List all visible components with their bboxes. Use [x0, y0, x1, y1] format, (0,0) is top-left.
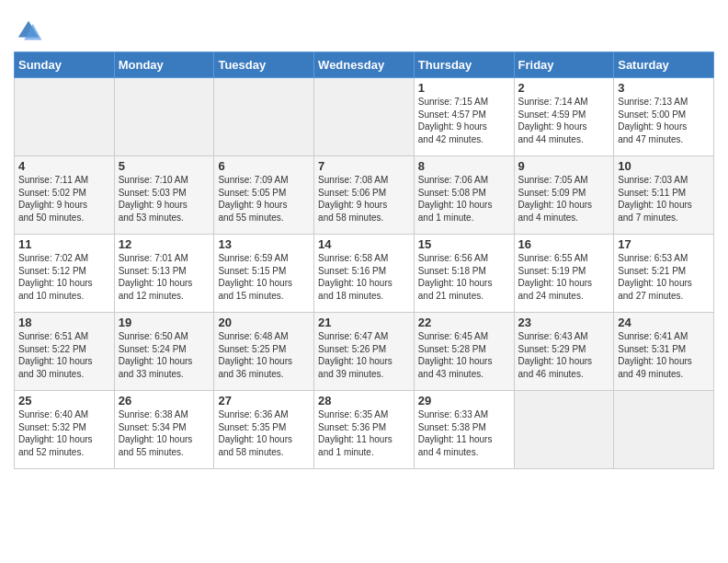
calendar-cell: 5Sunrise: 7:10 AM Sunset: 5:03 PM Daylig… — [114, 156, 214, 235]
calendar-cell — [314, 78, 415, 156]
calendar-body: 1Sunrise: 7:15 AM Sunset: 4:57 PM Daylig… — [15, 78, 714, 469]
logo — [14, 17, 45, 46]
day-info: Sunrise: 7:09 AM Sunset: 5:05 PM Dayligh… — [218, 174, 310, 224]
day-info: Sunrise: 6:48 AM Sunset: 5:25 PM Dayligh… — [218, 330, 310, 380]
calendar-cell: 8Sunrise: 7:06 AM Sunset: 5:08 PM Daylig… — [414, 156, 514, 235]
day-header-saturday: Saturday — [614, 52, 714, 78]
day-number: 17 — [618, 237, 710, 251]
day-info: Sunrise: 6:53 AM Sunset: 5:21 PM Dayligh… — [618, 252, 710, 302]
calendar-cell: 2Sunrise: 7:14 AM Sunset: 4:59 PM Daylig… — [514, 78, 614, 156]
calendar-cell: 22Sunrise: 6:45 AM Sunset: 5:28 PM Dayli… — [414, 313, 514, 391]
day-number: 27 — [218, 394, 310, 408]
calendar-cell: 16Sunrise: 6:55 AM Sunset: 5:19 PM Dayli… — [514, 235, 614, 313]
calendar-cell: 28Sunrise: 6:35 AM Sunset: 5:36 PM Dayli… — [314, 391, 415, 469]
day-info: Sunrise: 6:47 AM Sunset: 5:26 PM Dayligh… — [318, 330, 410, 380]
page-header — [14, 9, 714, 46]
calendar-cell — [15, 78, 115, 156]
calendar-cell: 27Sunrise: 6:36 AM Sunset: 5:35 PM Dayli… — [214, 391, 314, 469]
day-number: 26 — [119, 394, 210, 408]
week-row-2: 4Sunrise: 7:11 AM Sunset: 5:02 PM Daylig… — [15, 156, 714, 235]
day-header-wednesday: Wednesday — [314, 52, 415, 78]
day-number: 8 — [418, 159, 510, 173]
day-info: Sunrise: 7:14 AM Sunset: 4:59 PM Dayligh… — [518, 96, 610, 145]
day-number: 10 — [618, 159, 710, 173]
calendar-cell — [514, 391, 614, 469]
calendar-cell: 24Sunrise: 6:41 AM Sunset: 5:31 PM Dayli… — [614, 313, 714, 391]
day-number: 25 — [18, 394, 110, 408]
day-info: Sunrise: 6:59 AM Sunset: 5:15 PM Dayligh… — [218, 252, 310, 302]
day-info: Sunrise: 6:58 AM Sunset: 5:16 PM Dayligh… — [318, 252, 410, 302]
calendar-cell: 3Sunrise: 7:13 AM Sunset: 5:00 PM Daylig… — [614, 78, 714, 156]
calendar-cell: 21Sunrise: 6:47 AM Sunset: 5:26 PM Dayli… — [314, 313, 415, 391]
logo-icon — [14, 17, 43, 46]
days-header-row: SundayMondayTuesdayWednesdayThursdayFrid… — [15, 52, 714, 78]
day-info: Sunrise: 6:55 AM Sunset: 5:19 PM Dayligh… — [518, 252, 610, 302]
calendar-cell: 7Sunrise: 7:08 AM Sunset: 5:06 PM Daylig… — [314, 156, 415, 235]
day-info: Sunrise: 6:40 AM Sunset: 5:32 PM Dayligh… — [18, 408, 110, 458]
day-info: Sunrise: 7:06 AM Sunset: 5:08 PM Dayligh… — [418, 174, 510, 224]
day-info: Sunrise: 7:13 AM Sunset: 5:00 PM Dayligh… — [618, 96, 710, 145]
calendar-cell: 11Sunrise: 7:02 AM Sunset: 5:12 PM Dayli… — [15, 235, 115, 313]
day-number: 29 — [418, 394, 510, 408]
day-info: Sunrise: 6:45 AM Sunset: 5:28 PM Dayligh… — [418, 330, 510, 380]
day-number: 20 — [218, 316, 310, 329]
calendar-cell: 29Sunrise: 6:33 AM Sunset: 5:38 PM Dayli… — [414, 391, 514, 469]
day-number: 12 — [119, 237, 210, 251]
day-number: 4 — [18, 159, 110, 173]
calendar-cell: 25Sunrise: 6:40 AM Sunset: 5:32 PM Dayli… — [15, 391, 115, 469]
week-row-1: 1Sunrise: 7:15 AM Sunset: 4:57 PM Daylig… — [15, 78, 714, 156]
day-number: 13 — [218, 237, 310, 251]
week-row-4: 18Sunrise: 6:51 AM Sunset: 5:22 PM Dayli… — [15, 313, 714, 391]
day-info: Sunrise: 6:43 AM Sunset: 5:29 PM Dayligh… — [518, 330, 610, 380]
day-number: 7 — [318, 159, 410, 173]
day-header-monday: Monday — [114, 52, 214, 78]
calendar-cell — [114, 78, 214, 156]
day-number: 15 — [418, 237, 510, 251]
day-info: Sunrise: 7:02 AM Sunset: 5:12 PM Dayligh… — [18, 252, 110, 302]
day-number: 11 — [18, 237, 110, 251]
calendar-table: SundayMondayTuesdayWednesdayThursdayFrid… — [14, 52, 714, 469]
day-number: 23 — [518, 316, 610, 329]
calendar-header: SundayMondayTuesdayWednesdayThursdayFrid… — [15, 52, 714, 78]
day-info: Sunrise: 6:41 AM Sunset: 5:31 PM Dayligh… — [618, 330, 710, 380]
day-info: Sunrise: 6:38 AM Sunset: 5:34 PM Dayligh… — [119, 408, 210, 458]
calendar-cell: 4Sunrise: 7:11 AM Sunset: 5:02 PM Daylig… — [15, 156, 115, 235]
calendar-cell: 6Sunrise: 7:09 AM Sunset: 5:05 PM Daylig… — [214, 156, 314, 235]
day-number: 22 — [418, 316, 510, 329]
calendar-cell: 18Sunrise: 6:51 AM Sunset: 5:22 PM Dayli… — [15, 313, 115, 391]
day-number: 1 — [418, 81, 510, 95]
calendar-cell: 19Sunrise: 6:50 AM Sunset: 5:24 PM Dayli… — [114, 313, 214, 391]
day-header-thursday: Thursday — [414, 52, 514, 78]
day-number: 28 — [318, 394, 410, 408]
day-info: Sunrise: 6:33 AM Sunset: 5:38 PM Dayligh… — [418, 408, 510, 458]
day-header-tuesday: Tuesday — [214, 52, 314, 78]
day-number: 9 — [518, 159, 610, 173]
calendar-cell: 1Sunrise: 7:15 AM Sunset: 4:57 PM Daylig… — [414, 78, 514, 156]
day-info: Sunrise: 6:50 AM Sunset: 5:24 PM Dayligh… — [119, 330, 210, 380]
calendar-cell: 23Sunrise: 6:43 AM Sunset: 5:29 PM Dayli… — [514, 313, 614, 391]
day-info: Sunrise: 7:10 AM Sunset: 5:03 PM Dayligh… — [119, 174, 210, 224]
day-number: 16 — [518, 237, 610, 251]
day-number: 2 — [518, 81, 610, 95]
day-number: 24 — [618, 316, 710, 329]
calendar-cell: 20Sunrise: 6:48 AM Sunset: 5:25 PM Dayli… — [214, 313, 314, 391]
calendar-cell: 26Sunrise: 6:38 AM Sunset: 5:34 PM Dayli… — [114, 391, 214, 469]
calendar-cell: 15Sunrise: 6:56 AM Sunset: 5:18 PM Dayli… — [414, 235, 514, 313]
calendar-cell: 9Sunrise: 7:05 AM Sunset: 5:09 PM Daylig… — [514, 156, 614, 235]
calendar-cell — [214, 78, 314, 156]
calendar-cell: 10Sunrise: 7:03 AM Sunset: 5:11 PM Dayli… — [614, 156, 714, 235]
week-row-3: 11Sunrise: 7:02 AM Sunset: 5:12 PM Dayli… — [15, 235, 714, 313]
day-info: Sunrise: 6:36 AM Sunset: 5:35 PM Dayligh… — [218, 408, 310, 458]
day-number: 19 — [119, 316, 210, 329]
day-info: Sunrise: 7:15 AM Sunset: 4:57 PM Dayligh… — [418, 96, 510, 145]
day-info: Sunrise: 6:51 AM Sunset: 5:22 PM Dayligh… — [18, 330, 110, 380]
calendar-cell: 12Sunrise: 7:01 AM Sunset: 5:13 PM Dayli… — [114, 235, 214, 313]
day-info: Sunrise: 7:08 AM Sunset: 5:06 PM Dayligh… — [318, 174, 410, 224]
day-info: Sunrise: 7:11 AM Sunset: 5:02 PM Dayligh… — [18, 174, 110, 224]
day-number: 21 — [318, 316, 410, 329]
day-info: Sunrise: 6:35 AM Sunset: 5:36 PM Dayligh… — [318, 408, 410, 458]
day-info: Sunrise: 7:01 AM Sunset: 5:13 PM Dayligh… — [119, 252, 210, 302]
day-header-friday: Friday — [514, 52, 614, 78]
calendar-cell — [614, 391, 714, 469]
calendar-cell: 13Sunrise: 6:59 AM Sunset: 5:15 PM Dayli… — [214, 235, 314, 313]
